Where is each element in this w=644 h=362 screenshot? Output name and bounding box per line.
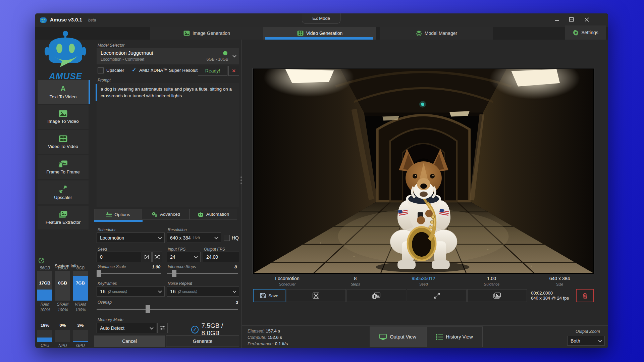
- meta-seed: 950535012 Seed: [389, 276, 458, 286]
- prompt-text: a dog is wearing an astronauts suite and…: [97, 83, 239, 102]
- output-fps-input[interactable]: 24,00: [203, 252, 239, 262]
- step-forward-icon: [145, 255, 149, 259]
- save-button[interactable]: Save: [253, 289, 285, 302]
- sidebar-item-upscaler[interactable]: Upscaler: [38, 180, 89, 204]
- seed-randomize-button[interactable]: [152, 252, 162, 262]
- tab-options[interactable]: Options: [94, 209, 142, 220]
- minimize-button[interactable]: [550, 13, 564, 25]
- memory-mode-value: Auto Detect: [100, 325, 124, 331]
- export-frames-button[interactable]: [346, 289, 406, 302]
- sidebar-item-feature-extractor[interactable]: Feature Extractor: [38, 206, 89, 229]
- slider-thumb[interactable]: [172, 270, 176, 277]
- close-button[interactable]: [580, 13, 593, 25]
- tab-label: Automation: [206, 212, 229, 217]
- meta-label: Seed: [389, 282, 458, 286]
- model-selector-dropdown[interactable]: Locomotion Juggernaut Locomotion - Contr…: [97, 48, 239, 64]
- save-label: Save: [268, 293, 278, 298]
- sidebar-item-image-to-video[interactable]: Image To Video: [38, 105, 89, 129]
- chevron-down-icon: [158, 289, 162, 293]
- expand-arrows-icon: [434, 293, 440, 299]
- seed-link[interactable]: 950535012: [389, 276, 458, 281]
- history-view-button[interactable]: History View: [426, 326, 483, 347]
- hq-checkbox[interactable]: [224, 235, 230, 241]
- app-title: Amuse v3.0.1: [50, 17, 82, 22]
- guidance-scale-slider[interactable]: [97, 273, 161, 274]
- sram-capacity: 28GB: [55, 266, 70, 270]
- slider-thumb[interactable]: [97, 270, 101, 277]
- gauge-icon: [39, 258, 92, 263]
- overlap-slider[interactable]: [97, 309, 238, 310]
- meta-value: 8: [321, 276, 389, 281]
- scheduler-label: Scheduler: [98, 227, 116, 232]
- delete-output-button[interactable]: [576, 289, 594, 302]
- panel-splitter[interactable]: [241, 40, 241, 348]
- cpu-bar-fill: [37, 338, 52, 342]
- gallery-icon: [493, 293, 501, 299]
- app-robot-icon: [39, 16, 47, 24]
- inference-steps-slider[interactable]: [167, 273, 238, 274]
- output-action-bar: Save 00:02.0000 640 x 384 @ 24 fps: [253, 289, 594, 302]
- scheduler-select[interactable]: Locomotion: [97, 232, 165, 243]
- meta-label: Guidance: [458, 282, 526, 286]
- upscaler-checkbox-label: Upscaler: [106, 68, 124, 73]
- output-zoom-value: Both: [571, 338, 580, 344]
- seed-input[interactable]: 0: [97, 252, 141, 262]
- noise-repeat-select[interactable]: 16 (2 seconds): [167, 286, 239, 297]
- input-fps-select[interactable]: 24: [167, 252, 201, 262]
- upscaler-checkbox[interactable]: [98, 67, 104, 73]
- slider-thumb[interactable]: [146, 305, 150, 313]
- sidebar-item-text-to-video[interactable]: A Text To Video: [38, 80, 89, 104]
- ez-mode-button[interactable]: EZ Mode: [302, 13, 340, 23]
- film-icon: [297, 31, 304, 36]
- vram-bar-fill: [73, 276, 88, 301]
- output-view-button[interactable]: Output View: [370, 326, 426, 347]
- options-tab-underline: [94, 220, 143, 222]
- model-size-range: 6GB - 10GB: [207, 57, 228, 62]
- maximize-button[interactable]: [565, 13, 578, 25]
- tab-advanced[interactable]: Advanced: [142, 209, 190, 220]
- model-status-dot: [223, 51, 227, 55]
- unload-model-button[interactable]: ✕: [228, 66, 239, 76]
- ram-used: 17GB: [37, 280, 52, 286]
- tab-video-generation[interactable]: Video Generation: [263, 27, 376, 40]
- memory-mode-select[interactable]: Auto Detect: [97, 323, 156, 333]
- output-zoom-select[interactable]: Both: [567, 336, 605, 346]
- monitor-icon: [379, 334, 387, 340]
- upscale-output-button[interactable]: [407, 289, 467, 302]
- ready-status-button[interactable]: Ready!: [198, 66, 227, 76]
- tab-image-generation[interactable]: Image Generation: [150, 27, 263, 40]
- vram-pct: 100%: [73, 308, 88, 312]
- stat-label: Compute:: [248, 335, 266, 340]
- xdna-label: AMD XDNA™ Super Resolution: [139, 68, 204, 73]
- close-icon: ✕: [232, 68, 236, 73]
- sidebar-item-frame-to-frame[interactable]: Frame To Frame: [38, 155, 89, 179]
- prompt-input[interactable]: a dog is wearing an astronauts suite and…: [97, 83, 239, 207]
- generated-video-frame[interactable]: [254, 69, 593, 273]
- sidebar-item-label: Upscaler: [54, 195, 72, 200]
- tab-automation[interactable]: Automation: [190, 209, 237, 220]
- resolution-select[interactable]: 640 x 384 16:9: [167, 232, 221, 243]
- tab-model-manager[interactable]: Model Manager: [380, 27, 493, 40]
- sidebar-item-video-to-video[interactable]: Video To Video: [38, 130, 89, 154]
- tab-label: Options: [114, 212, 130, 217]
- title-bar: Amuse v3.0.1 beta EZ Mode: [35, 13, 608, 27]
- export-video-button[interactable]: [286, 289, 346, 302]
- gallery-button[interactable]: [467, 289, 527, 302]
- chevron-down-icon: [194, 254, 198, 258]
- resolution-value: 640 x 384: [170, 235, 191, 241]
- model-name: Locomotion Juggernaut: [101, 50, 153, 56]
- robot-icon: [198, 212, 204, 217]
- output-view-label: Output View: [390, 334, 416, 340]
- generate-button[interactable]: Generate: [166, 335, 239, 347]
- npu-usage: 0%: [55, 323, 70, 328]
- memory-tune-button[interactable]: [157, 323, 168, 333]
- cancel-button[interactable]: Cancel: [94, 335, 165, 347]
- settings-button[interactable]: Settings: [565, 25, 606, 40]
- seed-step-button[interactable]: [142, 252, 152, 262]
- keyframes-select[interactable]: 16 (2 seconds): [97, 286, 165, 297]
- seed-label: Seed: [98, 247, 107, 252]
- layers-icon: [416, 31, 422, 36]
- cpu-bar: [37, 330, 52, 342]
- npu-bar: [55, 330, 70, 342]
- keyframes-suffix: (2 seconds): [108, 290, 127, 294]
